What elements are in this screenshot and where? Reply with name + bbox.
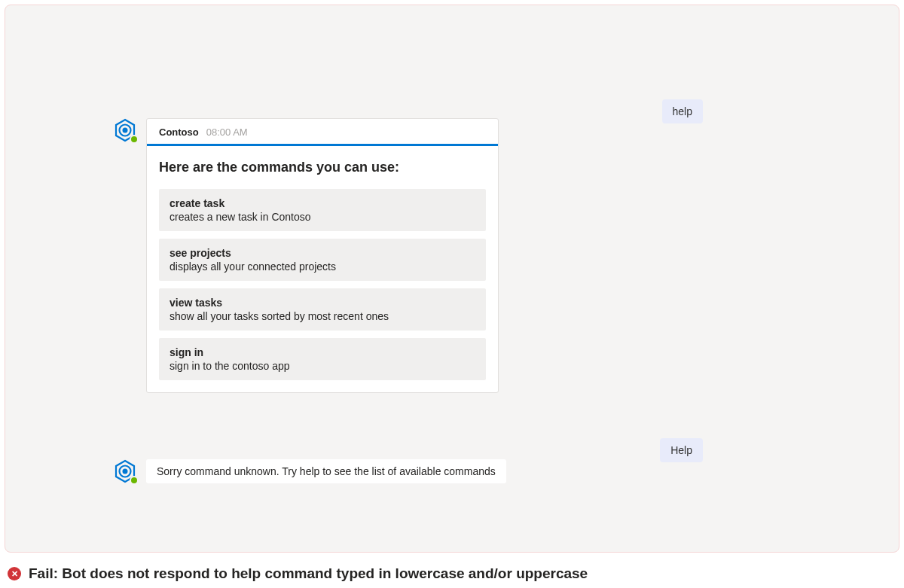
card-title: Here are the commands you can use: — [159, 160, 486, 175]
fail-annotation: Fail: Bot does not respond to help comma… — [8, 565, 896, 582]
command-description: displays all your connected projects — [170, 260, 475, 273]
adaptive-card: Contoso 08:00 AM Here are the commands y… — [146, 118, 499, 393]
svg-point-5 — [123, 469, 128, 474]
message-timestamp: 08:00 AM — [206, 126, 248, 138]
user-message-help-lower: help — [662, 99, 703, 123]
chat-container: help Contoso 08:00 AM Here are the comma… — [5, 5, 899, 553]
bot-plain-message: Sorry command unknown. Try help to see t… — [146, 459, 506, 483]
presence-available-icon — [130, 135, 139, 144]
bot-response-plain-block: Sorry command unknown. Try help to see t… — [113, 459, 506, 483]
command-item[interactable]: sign in sign in to the contoso app — [159, 338, 486, 380]
command-description: sign in to the contoso app — [170, 360, 475, 372]
card-header: Contoso 08:00 AM — [147, 119, 498, 144]
card-body: Here are the commands you can use: creat… — [147, 146, 498, 392]
bot-plain-message-text: Sorry command unknown. Try help to see t… — [157, 465, 496, 477]
user-message-text: Help — [670, 444, 692, 456]
command-item[interactable]: create task creates a new task in Contos… — [159, 189, 486, 231]
fail-message-text: Fail: Bot does not respond to help comma… — [29, 565, 588, 582]
bot-name: Contoso — [159, 126, 199, 138]
command-item[interactable]: view tasks show all your tasks sorted by… — [159, 288, 486, 331]
user-message-text: help — [673, 105, 692, 117]
command-name: see projects — [170, 247, 475, 259]
bot-avatar — [113, 118, 137, 142]
command-description: creates a new task in Contoso — [170, 211, 475, 223]
command-name: view tasks — [170, 297, 475, 309]
user-message-help-upper: Help — [660, 438, 703, 462]
command-name: create task — [170, 197, 475, 209]
command-name: sign in — [170, 346, 475, 358]
command-description: show all your tasks sorted by most recen… — [170, 310, 475, 322]
fail-x-icon — [8, 567, 21, 580]
bot-avatar — [113, 459, 137, 483]
presence-available-icon — [130, 476, 139, 485]
bot-response-card-block: Contoso 08:00 AM Here are the commands y… — [113, 118, 499, 393]
svg-point-2 — [123, 128, 128, 133]
command-item[interactable]: see projects displays all your connected… — [159, 239, 486, 281]
